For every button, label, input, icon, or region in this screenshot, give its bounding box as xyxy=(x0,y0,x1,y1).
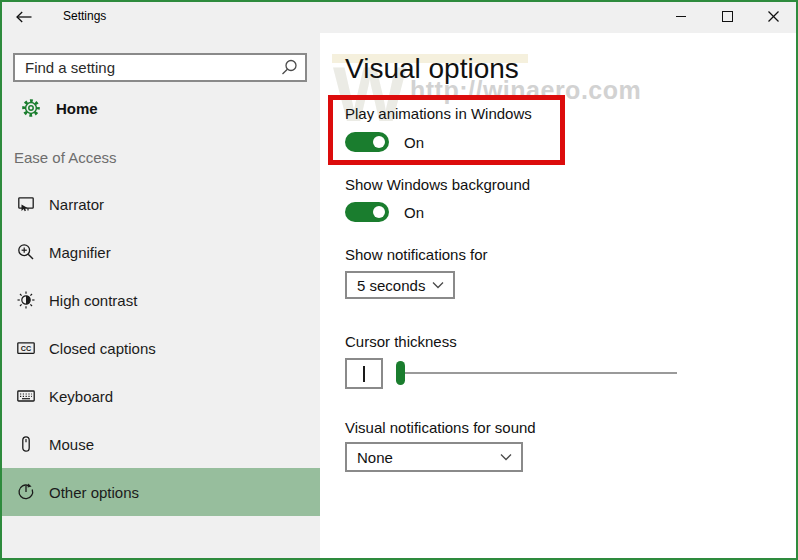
notifications-duration-label: Show notifications for xyxy=(345,246,488,263)
sidebar-item-label: High contrast xyxy=(49,292,137,309)
search-box xyxy=(13,53,307,82)
show-background-label: Show Windows background xyxy=(345,176,530,193)
toggle-knob xyxy=(373,206,385,218)
close-button[interactable] xyxy=(750,0,796,32)
cursor-thickness-label: Cursor thickness xyxy=(345,333,457,350)
window-controls xyxy=(658,0,796,32)
sidebar-item-keyboard[interactable]: Keyboard xyxy=(0,372,320,420)
sidebar-item-label: Narrator xyxy=(49,196,104,213)
keyboard-icon xyxy=(16,386,36,406)
sound-notifications-dropdown[interactable]: None xyxy=(345,442,523,472)
magnifier-plus-icon xyxy=(16,242,36,262)
minimize-icon xyxy=(676,16,686,17)
maximize-icon xyxy=(722,11,733,22)
closed-captions-icon: CC xyxy=(16,338,36,358)
mouse-icon xyxy=(16,434,36,454)
play-animations-state: On xyxy=(404,134,424,151)
play-animations-label: Play animations in Windows xyxy=(345,105,532,122)
sidebar-item-label: Magnifier xyxy=(49,244,111,261)
play-animations-toggle[interactable] xyxy=(345,132,389,152)
close-icon xyxy=(768,11,779,22)
sidebar-item-other-options[interactable]: Other options xyxy=(0,468,320,516)
sidebar-item-magnifier[interactable]: Magnifier xyxy=(0,228,320,276)
sound-notifications-label: Visual notifications for sound xyxy=(345,419,536,436)
cursor-thickness-preview xyxy=(345,358,383,389)
minimize-button[interactable] xyxy=(658,0,704,32)
sidebar-item-mouse[interactable]: Mouse xyxy=(0,420,320,468)
search-icon[interactable] xyxy=(278,57,300,79)
page-title: Visual options xyxy=(345,53,519,85)
settings-window: Settings xyxy=(0,0,798,560)
chevron-down-icon xyxy=(432,281,444,289)
sidebar: Home Ease of Access Narrator Magnifier xyxy=(0,33,320,560)
sidebar-item-label: Other options xyxy=(49,484,139,501)
cursor-preview-bar xyxy=(363,366,365,382)
sidebar-item-home[interactable]: Home xyxy=(0,88,320,128)
main-panel: W http://winaero.com Visual options Play… xyxy=(320,33,798,560)
notifications-duration-dropdown[interactable]: 5 seconds xyxy=(345,271,455,299)
toggle-knob xyxy=(373,136,385,148)
narrator-icon xyxy=(16,194,36,214)
svg-text:CC: CC xyxy=(21,344,31,353)
back-button[interactable] xyxy=(8,3,40,30)
gear-icon xyxy=(20,97,42,119)
sidebar-item-label: Mouse xyxy=(49,436,94,453)
sidebar-item-closed-captions[interactable]: CC Closed captions xyxy=(0,324,320,372)
window-title: Settings xyxy=(63,9,106,23)
cursor-thickness-slider-thumb[interactable] xyxy=(396,361,405,385)
section-heading: Ease of Access xyxy=(14,149,117,166)
high-contrast-icon xyxy=(16,290,36,310)
sidebar-item-label: Keyboard xyxy=(49,388,113,405)
dropdown-value: 5 seconds xyxy=(357,277,425,294)
home-label: Home xyxy=(56,100,98,117)
titlebar: Settings xyxy=(0,0,798,33)
other-options-icon xyxy=(16,482,36,502)
maximize-button[interactable] xyxy=(704,0,750,32)
sidebar-item-narrator[interactable]: Narrator xyxy=(0,180,320,228)
cursor-thickness-slider-track[interactable] xyxy=(397,372,677,374)
show-background-state: On xyxy=(404,204,424,221)
show-background-toggle[interactable] xyxy=(345,202,389,222)
chevron-down-icon xyxy=(500,453,512,461)
search-input[interactable] xyxy=(15,59,278,76)
dropdown-value: None xyxy=(357,449,393,466)
back-arrow-icon xyxy=(15,11,33,23)
sidebar-item-high-contrast[interactable]: High contrast xyxy=(0,276,320,324)
sidebar-item-label: Closed captions xyxy=(49,340,156,357)
